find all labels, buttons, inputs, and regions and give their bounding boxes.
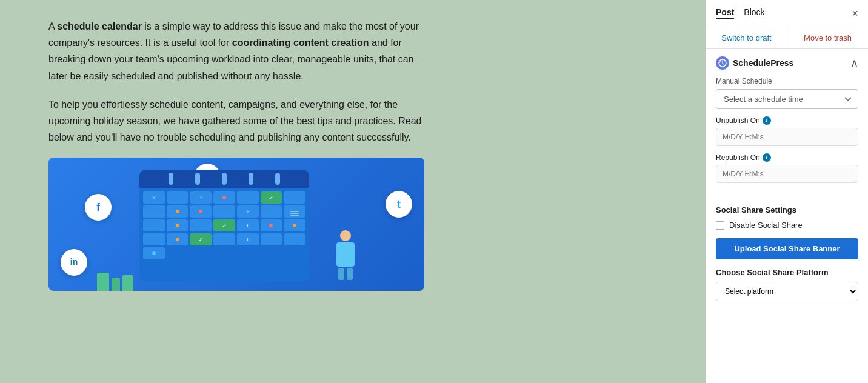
sidebar-panel: Post Block × Switch to draft Move to tra… [706, 0, 868, 383]
republish-date-input[interactable] [716, 165, 858, 183]
schedulepress-header: SchedulePress ∧ [716, 56, 858, 70]
switch-to-draft-button[interactable]: Switch to draft [706, 27, 787, 48]
schedulepress-title: SchedulePress [716, 56, 793, 70]
choose-platform-label: Choose Social Share Platform [716, 268, 858, 277]
republish-on-label: Republish On i [716, 153, 858, 162]
person-illustration [333, 230, 358, 279]
upload-social-share-banner-button[interactable]: Upload Social Share Banner [716, 238, 858, 259]
social-share-section: Social Share Settings Disable Social Sha… [706, 198, 868, 308]
sidebar-body: SchedulePress ∧ Manual Schedule Select a… [706, 49, 868, 383]
close-button[interactable]: × [852, 8, 858, 19]
unpublish-on-label: Unpublish On i [716, 116, 858, 125]
action-buttons-row: Switch to draft Move to trash [706, 27, 868, 49]
social-share-settings-title: Social Share Settings [716, 205, 858, 215]
disable-social-share-label: Disable Social Share [729, 221, 803, 230]
schedulepress-logo [716, 56, 729, 70]
bold-schedule-calendar: schedule calendar [57, 21, 142, 32]
facebook-bubble: f [85, 194, 112, 221]
main-content: A schedule calendar is a simple way to a… [0, 0, 706, 383]
schedulepress-label: SchedulePress [733, 58, 793, 68]
tab-block[interactable]: Block [744, 7, 764, 19]
linkedin-bubble: in [61, 249, 87, 276]
paragraph-2: To help you effortlessly schedule conten… [48, 96, 424, 146]
bold-coordinating: coordinating content creation [232, 38, 369, 48]
schedulepress-section: SchedulePress ∧ Manual Schedule Select a… [706, 49, 868, 198]
paragraph-1: A schedule calendar is a simple way to a… [48, 18, 424, 84]
twitter-bubble: t [386, 191, 412, 218]
tab-post[interactable]: Post [716, 7, 734, 19]
sidebar-header: Post Block × [706, 0, 868, 27]
article-body: A schedule calendar is a simple way to a… [48, 18, 424, 291]
move-to-trash-button[interactable]: Move to trash [787, 27, 868, 48]
schedule-time-select[interactable]: Select a schedule time [716, 89, 858, 109]
disable-social-share-row: Disable Social Share [716, 221, 858, 230]
disable-social-share-checkbox[interactable] [716, 221, 724, 230]
unpublish-info-icon[interactable]: i [763, 116, 771, 125]
sidebar-tabs: Post Block [716, 7, 765, 19]
manual-schedule-label: Manual Schedule [716, 77, 858, 85]
unpublish-date-input[interactable] [716, 128, 858, 146]
collapse-button[interactable]: ∧ [850, 58, 858, 68]
article-image: f P t in ✕ f [48, 158, 424, 291]
social-platform-select[interactable]: Select platform Facebook Twitter LinkedI… [716, 282, 858, 301]
republish-info-icon[interactable]: i [763, 153, 771, 162]
